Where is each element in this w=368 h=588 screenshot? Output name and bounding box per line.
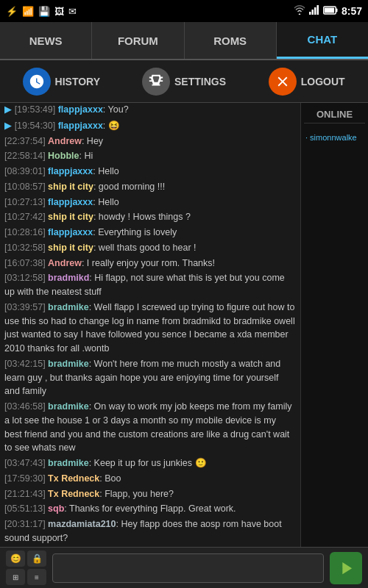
timestamp: [03:12:58]: [4, 273, 48, 283]
timestamp: [19:54:30]: [15, 121, 58, 131]
chat-area[interactable]: ▶ [19:53:49] flappjaxxx: You?▶ [19:54:30…: [0, 103, 300, 547]
timestamp: [17:59:30]: [4, 473, 48, 484]
status-bar: ⚡ 📶 💾 🖼 ✉: [0, 0, 368, 22]
settings-button[interactable]: SETTINGS: [123, 68, 246, 96]
grid-icon-btn[interactable]: ⊞: [6, 569, 25, 585]
chat-message: [22:58:14] Hobble: Hi: [4, 149, 296, 163]
message-text: : Boo: [99, 473, 121, 484]
timestamp: [10:27:42]: [4, 212, 48, 222]
username: flappjaxxx: [58, 121, 103, 131]
wifi-icon: [294, 5, 305, 18]
tab-forum[interactable]: FORUM: [92, 22, 184, 59]
logout-label: LOGOUT: [301, 76, 345, 87]
username: bradmike: [48, 302, 89, 312]
online-sidebar: ONLINE · simonnwalke: [300, 103, 368, 547]
online-header: ONLINE: [304, 109, 365, 123]
timestamp: [05:51:13]: [4, 503, 48, 514]
clock: 8:57: [342, 5, 362, 17]
timestamp: [10:08:57]: [4, 182, 48, 192]
logout-button[interactable]: LOGOUT: [245, 68, 368, 96]
username: bradmike: [48, 458, 89, 468]
message-input[interactable]: [52, 553, 324, 583]
username: flappjaxxx: [58, 104, 103, 115]
chat-message: [08:39:01] flappjaxxx: Hello: [4, 165, 296, 179]
battery-icon: [323, 6, 338, 17]
username: ship it city: [48, 243, 93, 253]
tab-news[interactable]: NEWS: [0, 22, 92, 59]
signal-icon: 📶: [22, 6, 34, 17]
svg-rect-6: [325, 7, 334, 12]
chat-message: [10:27:42] ship it city: howdy ! Hows th…: [4, 210, 296, 224]
svg-rect-3: [316, 5, 319, 15]
tab-roms[interactable]: ROMS: [185, 22, 277, 59]
username: mazdamiata210: [48, 519, 116, 529]
extra-icon-btn[interactable]: ≡: [27, 569, 46, 585]
username: Tx Redneck: [48, 473, 99, 484]
message-text: : You?: [103, 104, 129, 115]
timestamp: [03:46:58]: [4, 401, 48, 412]
chat-message: [05:51:13] sqb: Thanks for everything Fl…: [4, 502, 296, 516]
history-button[interactable]: HISTORY: [0, 68, 123, 96]
arrow-icon: ▶: [4, 120, 15, 131]
status-right-icons: 8:57: [294, 5, 362, 18]
chat-message: [10:27:13] flappjaxxx: Hello: [4, 196, 296, 209]
username: sqb: [48, 503, 64, 514]
status-left-icons: ⚡ 📶 💾 🖼 ✉: [6, 6, 77, 17]
username: Hobble: [48, 151, 79, 161]
timestamp: [03:42:15]: [4, 359, 48, 369]
chat-message: [03:47:43] bradmike: Keep it up for us j…: [4, 456, 296, 470]
timestamp: [08:39:01]: [4, 166, 48, 176]
username: flappjaxxx: [48, 166, 93, 176]
chat-message: [03:12:58] bradmikd: Hi flapp, not sure …: [4, 271, 296, 299]
chat-message: [10:28:16] flappjaxxx: Everything is lov…: [4, 226, 296, 240]
chat-message: [10:32:58] ship it city: well thats good…: [4, 241, 296, 255]
input-extra-icons: 😊 🔒 ⊞ ≡: [6, 551, 46, 585]
timestamp: [21:21:43]: [4, 489, 48, 499]
chat-message: [03:42:15] bradmike: Won't here from me …: [4, 357, 296, 398]
input-icons-row: 😊 🔒: [6, 551, 46, 567]
signal-bars-icon: [309, 5, 319, 17]
username: flappjaxxx: [48, 197, 93, 207]
username: ship it city: [48, 182, 93, 192]
nav-tabs: NEWS FORUM ROMS CHAT: [0, 22, 368, 60]
timestamp: [22:58:14]: [4, 151, 48, 161]
settings-label: SETTINGS: [174, 76, 226, 87]
message-text: : Hey: [82, 136, 103, 146]
emoji-button[interactable]: 😊: [6, 551, 25, 567]
timestamp: [16:07:38]: [4, 258, 48, 268]
chat-message: ▶ [19:54:30] flappjaxxx: 😆: [4, 118, 296, 133]
username: bradmike: [48, 359, 89, 369]
toolbar: HISTORY SETTINGS LOGOUT: [0, 60, 368, 103]
send-button[interactable]: [330, 552, 362, 584]
timestamp: [10:32:58]: [4, 243, 48, 253]
message-text: : Hello: [93, 166, 118, 176]
online-user: · simonnwalke: [304, 131, 365, 144]
history-label: HISTORY: [55, 76, 100, 87]
message-text: : I really enjoy your rom. Thanks!: [82, 258, 215, 268]
logout-icon: [269, 68, 297, 96]
message-text: : Everything is lovely: [93, 227, 177, 237]
timestamp: [19:53:49]: [15, 104, 58, 115]
chat-message: [10:08:57] ship it city: good morning !!…: [4, 180, 296, 194]
message-text: : Keep it up for us junkies 🙂: [89, 458, 207, 468]
message-text: : Thanks for everything Flapp. Great wor…: [64, 503, 236, 514]
settings-icon: [142, 68, 170, 96]
mail-icon: ✉: [68, 6, 77, 17]
svg-rect-0: [309, 12, 311, 15]
chat-message: [03:39:57] bradmike: Well flapp I screwe…: [4, 301, 296, 356]
message-text: : Hello: [93, 197, 118, 207]
timestamp: [03:47:43]: [4, 458, 48, 468]
username: bradmike: [48, 401, 89, 412]
chat-message: ▶ [19:53:49] flappjaxxx: You?: [4, 103, 296, 117]
message-text: : 😆: [103, 121, 120, 131]
lock-icon-btn[interactable]: 🔒: [27, 551, 46, 567]
username: Andrew: [48, 258, 82, 268]
usb-icon: ⚡: [6, 6, 18, 17]
input-icons-row2: ⊞ ≡: [6, 569, 46, 585]
chat-message: [22:37:54] Andrew: Hey: [4, 135, 296, 148]
timestamp: [10:28:16]: [4, 227, 48, 237]
svg-rect-1: [311, 10, 314, 15]
svg-rect-2: [314, 7, 316, 15]
tab-chat[interactable]: CHAT: [277, 22, 368, 59]
timestamp: [20:31:17]: [4, 519, 48, 529]
